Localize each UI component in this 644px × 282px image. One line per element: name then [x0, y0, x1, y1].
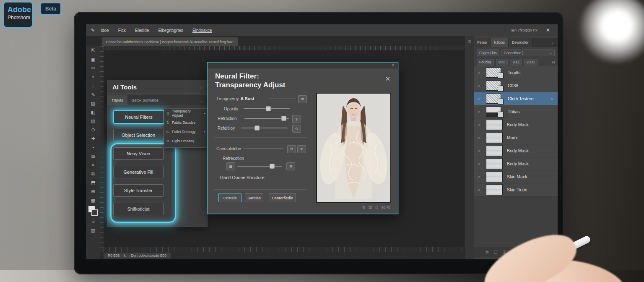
crop-tool-icon[interactable]: ⌖	[86, 73, 100, 81]
coersuliddbe-button-1[interactable]: ⊡	[287, 145, 296, 153]
visibility-eye-icon[interactable]: ○	[474, 79, 484, 92]
edit-mode-icon[interactable]: ▥	[86, 226, 100, 235]
visibility-eye-icon[interactable]: ○	[474, 183, 484, 196]
opacity-slider-knob[interactable]	[266, 106, 271, 111]
visibility-eye-icon[interactable]: ○	[474, 105, 484, 118]
layer-row[interactable]: ○ C038	[474, 79, 558, 92]
layer-row[interactable]: ○ Body Mask	[474, 157, 558, 170]
refrecotion-slider[interactable]	[237, 166, 282, 167]
refroction-slider[interactable]	[244, 118, 289, 119]
menu-item-image[interactable]: Eledlde	[135, 28, 149, 33]
visibility-eye-icon[interactable]: ○	[474, 144, 484, 157]
layer-row[interactable]: ○ Skin Tiotix	[474, 183, 558, 196]
refaitlloy-option-button[interactable]: ◇	[292, 125, 301, 133]
visibility-eye-icon[interactable]: ○	[474, 66, 484, 79]
opacity-value-1[interactable]: 200:	[496, 59, 508, 65]
refrecotion-left-button[interactable]: ▦	[226, 162, 235, 170]
preview-fit-icon[interactable]: ⧉	[363, 205, 365, 210]
marquee-tool-icon[interactable]: ▣	[86, 55, 100, 64]
layer-row[interactable]: ○ Modx	[474, 131, 558, 144]
lasso-tool-icon[interactable]: ✂	[86, 64, 100, 73]
new-layer-icon[interactable]: ▢	[493, 250, 497, 254]
visibility-eye-icon[interactable]: ○	[474, 170, 484, 183]
coersuliddbe-gear-button[interactable]: ✣	[297, 145, 306, 153]
visibility-eye-icon[interactable]: ○	[474, 131, 484, 144]
panel-menu-chevron-icon[interactable]: ⌄	[551, 40, 554, 44]
type-tool-icon[interactable]: ◔	[86, 143, 100, 152]
dialog-close-icon[interactable]: ✕	[385, 75, 390, 83]
tab-fetee[interactable]: Fetee	[474, 38, 491, 47]
background-color-swatch[interactable]	[91, 209, 98, 216]
collapse-chevron-icon[interactable]: ⌄	[200, 85, 203, 89]
coersuliddbe-track[interactable]	[244, 149, 283, 149]
hand-tool-icon[interactable]: ⧉	[86, 170, 100, 178]
visibility-eye-icon[interactable]: ○	[474, 118, 484, 131]
eraser-tool-icon[interactable]: ◧	[86, 108, 100, 117]
submenu-item-transparency[interactable]: ⊡ Trempsecry Adjuad ▸	[164, 109, 208, 118]
submenu-item-cigls[interactable]: ⊟ Cigls Omaltay	[164, 136, 208, 146]
costels-button[interactable]: Costels	[218, 193, 242, 202]
visibility-eye-icon[interactable]: ○	[474, 157, 484, 170]
transparency-options-button[interactable]: ⊞	[298, 95, 307, 103]
refrecotion-slider-knob[interactable]	[270, 164, 275, 169]
color-swatches[interactable]	[86, 205, 100, 217]
gradient-tool-icon[interactable]: ▤	[86, 117, 100, 125]
refroction-slider-knob[interactable]	[281, 116, 286, 121]
neural-filters-button[interactable]: Neural Filters	[113, 110, 164, 124]
blend-mode-dropdown[interactable]: Gonectboe ) ⌄	[501, 50, 555, 56]
ai-tools-dropdown[interactable]: Getox Sontiatbe ⌄	[127, 95, 207, 105]
clone-tool-icon[interactable]: ▨	[86, 99, 100, 108]
transparency-track[interactable]	[269, 99, 296, 99]
path-tool-icon[interactable]: ⊠	[86, 152, 100, 161]
window-close-icon[interactable]: ✕	[544, 27, 552, 33]
tab-ictloos[interactable]: Ictloos	[491, 38, 509, 47]
ai-tools-tab-active[interactable]: Tttpots	[107, 95, 127, 105]
submenu-item-fabric-dissolve[interactable]: ↻ Fabtic Disodve	[164, 118, 208, 127]
dodge-tool-icon[interactable]: ⊙	[86, 125, 100, 134]
generative-fill-button[interactable]: Generative Fill	[113, 166, 164, 178]
document-tab[interactable]: Eooed beCadtritesbeok Bodslese | IsogroE…	[102, 37, 238, 46]
link-layers-icon[interactable]: ⧉	[486, 250, 488, 255]
refaitlloy-slider-knob[interactable]	[254, 125, 260, 131]
refaitlloy-slider[interactable]	[241, 128, 288, 128]
centerfledle-button[interactable]: Centerfledle	[269, 193, 296, 202]
layer-row[interactable]: ○ Togitts	[474, 66, 558, 79]
brush-tool-icon[interactable]: ✎	[86, 90, 100, 99]
tab-eewindler[interactable]: Eewindler	[509, 38, 532, 47]
preview-original-icon[interactable]: ◻	[375, 205, 378, 209]
refroction-option-button[interactable]: y	[292, 115, 301, 123]
opacity-value-3[interactable]: 200K	[524, 59, 538, 65]
rotate-tool-icon[interactable]: ⬒	[86, 178, 100, 187]
object-selection-button[interactable]: Object Selection	[113, 129, 164, 141]
layer-row[interactable]: ○ Body Mask	[474, 118, 558, 131]
dialog-mini-close-icon[interactable]: ✕	[392, 63, 395, 67]
eyedropper-tool-icon[interactable]: ◌	[86, 81, 100, 90]
menu-item-edit[interactable]: Fick	[118, 28, 126, 33]
layer-row-selected[interactable]: ○ Cloth Testere ○	[474, 92, 558, 105]
menu-item-window[interactable]: Eindoakce	[192, 28, 212, 33]
menu-item-file[interactable]: Idoe	[101, 28, 109, 33]
opacity-slider[interactable]	[244, 108, 290, 109]
layer-row[interactable]: ○ Skin Mack	[474, 170, 558, 183]
ai-tools-panel: AI Tools ⌄ Tttpots Getox Sontiatbe ⌄ Neu…	[107, 80, 208, 227]
move-tool-icon[interactable]: ⇱	[86, 46, 100, 55]
submenu-item-fotlet[interactable]: ▷ Fotlet Oerongy ▸	[164, 127, 208, 136]
santies-button[interactable]: Santies	[245, 193, 263, 202]
layer-row[interactable]: ○ Tbtias	[474, 105, 558, 118]
layer-row[interactable]: ○ Body Mask	[474, 144, 558, 157]
visibility-eye-icon[interactable]: ○	[474, 92, 484, 105]
neay-vison-button[interactable]: Neay Vison	[113, 147, 164, 160]
shape-tool-icon[interactable]: ⌗	[86, 161, 100, 170]
opacity-value-2[interactable]: 700|	[510, 59, 522, 65]
mask-tool-icon[interactable]: ▦	[86, 196, 100, 205]
refrecotion-right-button[interactable]: ⊞	[286, 162, 295, 170]
style-transfer-button[interactable]: Style Transfer	[113, 184, 164, 197]
zoom-tool-icon[interactable]: ⊞	[86, 187, 100, 196]
menu-item-layer[interactable]: Elbegrtbgrtes	[158, 28, 183, 33]
opacity-option-icon[interactable]: ⊟	[552, 60, 555, 64]
preview-split-icon[interactable]: ▤	[369, 205, 372, 209]
dock-panel-icon[interactable]: ⌸	[467, 39, 473, 44]
shifkoticiat-button[interactable]: Shifkoticiat	[113, 203, 164, 215]
screen-mode-icon[interactable]: ⌸	[86, 217, 100, 226]
pen-tool-icon[interactable]: ✚	[86, 134, 100, 143]
